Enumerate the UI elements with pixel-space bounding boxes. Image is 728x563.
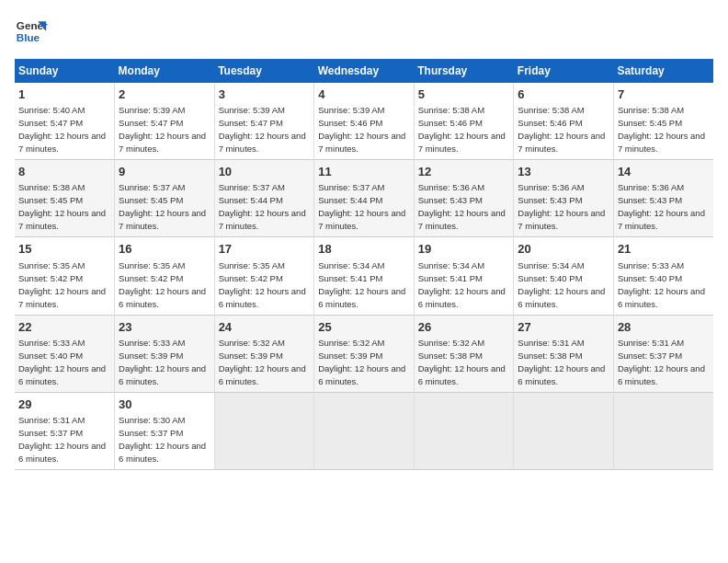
day-number: 28 <box>618 319 710 336</box>
calendar-cell: 9Sunrise: 5:37 AMSunset: 5:45 PMDaylight… <box>115 160 215 237</box>
day-info: Sunrise: 5:37 AMSunset: 5:44 PMDaylight:… <box>318 182 405 231</box>
svg-text:Blue: Blue <box>17 31 40 43</box>
day-info: Sunrise: 5:38 AMSunset: 5:46 PMDaylight:… <box>418 105 506 154</box>
day-info: Sunrise: 5:35 AMSunset: 5:42 PMDaylight:… <box>18 260 106 309</box>
page-header: General Blue <box>15 15 713 48</box>
col-header-saturday: Saturday <box>613 59 713 83</box>
calendar-header-row: SundayMondayTuesdayWednesdayThursdayFrid… <box>15 59 713 83</box>
day-number: 25 <box>318 319 410 336</box>
day-number: 4 <box>318 86 410 103</box>
day-info: Sunrise: 5:31 AMSunset: 5:37 PMDaylight:… <box>18 415 106 464</box>
day-info: Sunrise: 5:31 AMSunset: 5:37 PMDaylight:… <box>618 338 705 386</box>
day-number: 16 <box>119 241 210 258</box>
day-info: Sunrise: 5:35 AMSunset: 5:42 PMDaylight:… <box>119 260 206 309</box>
calendar-cell: 2Sunrise: 5:39 AMSunset: 5:47 PMDaylight… <box>115 83 215 160</box>
day-number: 22 <box>18 319 110 336</box>
day-info: Sunrise: 5:33 AMSunset: 5:40 PMDaylight:… <box>618 260 705 309</box>
col-header-wednesday: Wednesday <box>314 59 415 83</box>
col-header-tuesday: Tuesday <box>214 59 314 83</box>
day-number: 29 <box>18 396 110 413</box>
logo: General Blue <box>15 15 48 48</box>
day-number: 13 <box>518 164 609 180</box>
calendar-cell: 18Sunrise: 5:34 AMSunset: 5:41 PMDayligh… <box>314 237 415 315</box>
calendar-cell: 11Sunrise: 5:37 AMSunset: 5:44 PMDayligh… <box>314 160 415 237</box>
day-info: Sunrise: 5:32 AMSunset: 5:38 PMDaylight:… <box>418 338 506 386</box>
calendar-cell: 17Sunrise: 5:35 AMSunset: 5:42 PMDayligh… <box>214 237 314 315</box>
day-number: 15 <box>18 241 110 258</box>
calendar-week-row: 22Sunrise: 5:33 AMSunset: 5:40 PMDayligh… <box>15 315 713 392</box>
day-info: Sunrise: 5:30 AMSunset: 5:37 PMDaylight:… <box>119 415 206 464</box>
day-number: 10 <box>219 164 311 180</box>
calendar-cell: 1Sunrise: 5:40 AMSunset: 5:47 PMDaylight… <box>15 83 115 160</box>
col-header-monday: Monday <box>115 59 215 83</box>
col-header-friday: Friday <box>514 59 614 83</box>
day-info: Sunrise: 5:36 AMSunset: 5:43 PMDaylight:… <box>518 182 605 231</box>
calendar-cell: 19Sunrise: 5:34 AMSunset: 5:41 PMDayligh… <box>414 237 514 315</box>
calendar-table: SundayMondayTuesdayWednesdayThursdayFrid… <box>15 59 713 470</box>
day-info: Sunrise: 5:37 AMSunset: 5:44 PMDaylight:… <box>219 182 306 231</box>
day-info: Sunrise: 5:31 AMSunset: 5:38 PMDaylight:… <box>518 338 605 386</box>
calendar-week-row: 15Sunrise: 5:35 AMSunset: 5:42 PMDayligh… <box>15 237 713 315</box>
day-number: 9 <box>119 164 210 180</box>
calendar-cell: 23Sunrise: 5:33 AMSunset: 5:39 PMDayligh… <box>115 315 215 392</box>
day-info: Sunrise: 5:32 AMSunset: 5:39 PMDaylight:… <box>219 338 306 386</box>
day-info: Sunrise: 5:39 AMSunset: 5:47 PMDaylight:… <box>219 105 306 154</box>
day-info: Sunrise: 5:34 AMSunset: 5:41 PMDaylight:… <box>318 260 405 309</box>
calendar-cell: 12Sunrise: 5:36 AMSunset: 5:43 PMDayligh… <box>414 160 514 237</box>
calendar-cell <box>514 392 614 469</box>
calendar-cell: 22Sunrise: 5:33 AMSunset: 5:40 PMDayligh… <box>15 315 115 392</box>
calendar-cell: 16Sunrise: 5:35 AMSunset: 5:42 PMDayligh… <box>115 237 215 315</box>
day-info: Sunrise: 5:38 AMSunset: 5:45 PMDaylight:… <box>18 182 106 231</box>
day-number: 2 <box>119 86 210 103</box>
day-number: 14 <box>618 164 710 180</box>
day-info: Sunrise: 5:32 AMSunset: 5:39 PMDaylight:… <box>318 338 405 386</box>
day-info: Sunrise: 5:34 AMSunset: 5:40 PMDaylight:… <box>518 260 605 309</box>
day-number: 23 <box>119 319 210 336</box>
calendar-cell: 5Sunrise: 5:38 AMSunset: 5:46 PMDaylight… <box>414 83 514 160</box>
calendar-cell: 8Sunrise: 5:38 AMSunset: 5:45 PMDaylight… <box>15 160 115 237</box>
day-number: 1 <box>18 86 110 103</box>
day-info: Sunrise: 5:37 AMSunset: 5:45 PMDaylight:… <box>119 182 206 231</box>
calendar-cell: 24Sunrise: 5:32 AMSunset: 5:39 PMDayligh… <box>214 315 314 392</box>
day-number: 12 <box>418 164 510 180</box>
day-number: 8 <box>18 164 110 180</box>
calendar-cell: 27Sunrise: 5:31 AMSunset: 5:38 PMDayligh… <box>514 315 614 392</box>
calendar-cell: 10Sunrise: 5:37 AMSunset: 5:44 PMDayligh… <box>214 160 314 237</box>
calendar-cell: 26Sunrise: 5:32 AMSunset: 5:38 PMDayligh… <box>414 315 514 392</box>
calendar-cell: 30Sunrise: 5:30 AMSunset: 5:37 PMDayligh… <box>115 392 215 469</box>
calendar-cell <box>214 392 314 469</box>
col-header-thursday: Thursday <box>414 59 514 83</box>
day-number: 18 <box>318 241 410 258</box>
day-info: Sunrise: 5:36 AMSunset: 5:43 PMDaylight:… <box>618 182 705 231</box>
day-info: Sunrise: 5:35 AMSunset: 5:42 PMDaylight:… <box>219 260 306 309</box>
day-info: Sunrise: 5:38 AMSunset: 5:46 PMDaylight:… <box>518 105 605 154</box>
calendar-cell <box>414 392 514 469</box>
day-number: 30 <box>119 396 210 413</box>
day-info: Sunrise: 5:38 AMSunset: 5:45 PMDaylight:… <box>618 105 705 154</box>
col-header-sunday: Sunday <box>15 59 115 83</box>
calendar-cell: 21Sunrise: 5:33 AMSunset: 5:40 PMDayligh… <box>613 237 713 315</box>
day-number: 11 <box>318 164 410 180</box>
day-info: Sunrise: 5:40 AMSunset: 5:47 PMDaylight:… <box>18 105 106 154</box>
day-number: 26 <box>418 319 510 336</box>
day-number: 27 <box>518 319 609 336</box>
day-number: 3 <box>219 86 311 103</box>
logo-icon: General Blue <box>15 15 48 48</box>
calendar-cell: 14Sunrise: 5:36 AMSunset: 5:43 PMDayligh… <box>613 160 713 237</box>
calendar-cell: 20Sunrise: 5:34 AMSunset: 5:40 PMDayligh… <box>514 237 614 315</box>
day-info: Sunrise: 5:39 AMSunset: 5:47 PMDaylight:… <box>119 105 206 154</box>
calendar-week-row: 8Sunrise: 5:38 AMSunset: 5:45 PMDaylight… <box>15 160 713 237</box>
day-info: Sunrise: 5:33 AMSunset: 5:40 PMDaylight:… <box>18 338 106 386</box>
calendar-week-row: 1Sunrise: 5:40 AMSunset: 5:47 PMDaylight… <box>15 83 713 160</box>
calendar-cell <box>314 392 415 469</box>
calendar-cell <box>613 392 713 469</box>
calendar-week-row: 29Sunrise: 5:31 AMSunset: 5:37 PMDayligh… <box>15 392 713 469</box>
day-number: 5 <box>418 86 510 103</box>
calendar-cell: 3Sunrise: 5:39 AMSunset: 5:47 PMDaylight… <box>214 83 314 160</box>
day-info: Sunrise: 5:33 AMSunset: 5:39 PMDaylight:… <box>119 338 206 386</box>
calendar-cell: 7Sunrise: 5:38 AMSunset: 5:45 PMDaylight… <box>613 83 713 160</box>
calendar-cell: 13Sunrise: 5:36 AMSunset: 5:43 PMDayligh… <box>514 160 614 237</box>
calendar-cell: 28Sunrise: 5:31 AMSunset: 5:37 PMDayligh… <box>613 315 713 392</box>
day-number: 21 <box>618 241 710 258</box>
day-number: 24 <box>219 319 311 336</box>
